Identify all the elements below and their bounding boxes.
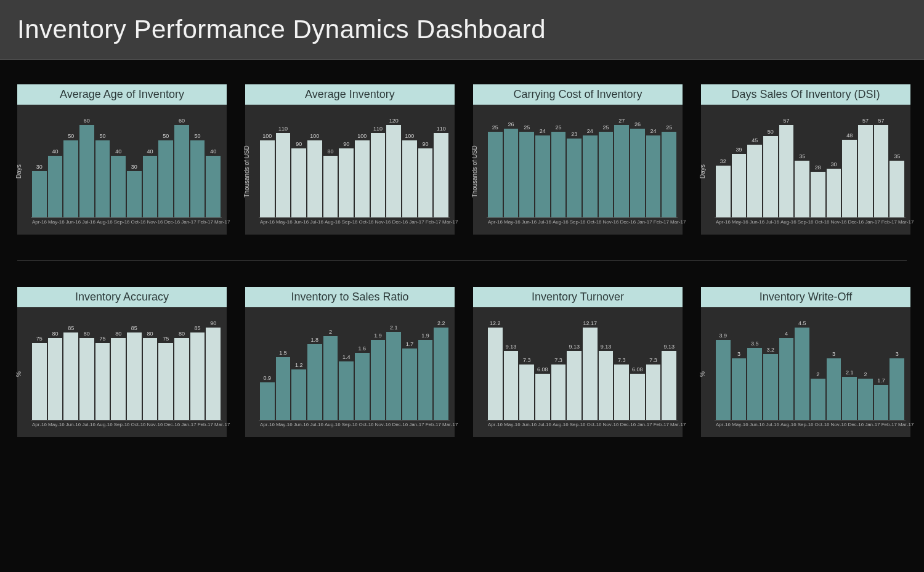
bar: 80 bbox=[111, 316, 126, 420]
x-axis-tick: Nov-16 bbox=[147, 422, 163, 427]
x-axis-tick: Dec-16 bbox=[848, 219, 864, 225]
bar: 3.9 bbox=[716, 316, 731, 420]
x-axis-tick: Jul-16 bbox=[538, 219, 551, 225]
bar: 4 bbox=[779, 316, 794, 420]
x-axis-tick: Feb-17 bbox=[654, 422, 669, 427]
x-axis-tick: Apr-16 bbox=[260, 219, 275, 225]
bar: 80 bbox=[174, 316, 189, 420]
x-axis-tick: Nov-16 bbox=[375, 422, 391, 427]
dashboard-body: Average Age of InventoryDays304050605040… bbox=[0, 60, 924, 449]
bar-rect bbox=[630, 374, 645, 420]
x-axis-tick: Mar-17 bbox=[898, 422, 914, 427]
bar: 25 bbox=[599, 113, 614, 217]
bar-value-label: 80 bbox=[52, 331, 59, 337]
bar: 9.13 bbox=[599, 316, 614, 420]
x-axis-tick: Mar-17 bbox=[670, 422, 686, 427]
x-axis-tick: Sep-16 bbox=[570, 422, 586, 427]
bar-value-label: 50 bbox=[768, 129, 774, 135]
bar-value-label: 9.13 bbox=[601, 344, 612, 350]
bars-container: 12.29.137.36.087.39.1312.179.137.36.087.… bbox=[487, 316, 678, 421]
bar: 3.2 bbox=[763, 316, 778, 420]
x-axis-tick: Jul-16 bbox=[766, 219, 779, 225]
chart-title: Average Inventory bbox=[245, 84, 455, 105]
x-axis-tick: Apr-16 bbox=[716, 422, 731, 427]
bar: 25 bbox=[662, 113, 676, 217]
bar-rect bbox=[662, 351, 676, 420]
bar: 2 bbox=[811, 316, 825, 420]
bar: 28 bbox=[811, 113, 825, 217]
bar: 39 bbox=[732, 113, 747, 217]
x-axis-tick: Oct-16 bbox=[359, 422, 374, 427]
x-axis-tick: Dec-16 bbox=[164, 219, 180, 225]
chart-area: 12.29.137.36.087.39.1312.179.137.36.087.… bbox=[473, 307, 683, 433]
bar-value-label: 100 bbox=[262, 133, 272, 139]
x-axis-tick: Oct-16 bbox=[815, 219, 830, 225]
bar-value-label: 85 bbox=[131, 325, 137, 331]
bar-value-label: 3 bbox=[896, 351, 899, 357]
x-axis-tick: Aug-16 bbox=[325, 422, 341, 427]
bar-rect bbox=[434, 328, 448, 420]
bar-value-label: 30 bbox=[831, 161, 837, 167]
bar-value-label: 110 bbox=[437, 126, 446, 132]
dashboard-title: Inventory Performance Dynamics Dashboard bbox=[17, 15, 907, 44]
x-axis-tick: Oct-16 bbox=[359, 219, 374, 225]
x-axis-tick: May-16 bbox=[276, 422, 293, 427]
bar-rect bbox=[599, 132, 614, 217]
bar: 12.17 bbox=[583, 316, 598, 420]
bar: 110 bbox=[371, 113, 386, 217]
bar-rect bbox=[567, 139, 582, 217]
bar-rect bbox=[276, 357, 291, 420]
bar: 75 bbox=[158, 316, 173, 420]
x-axis-tick: Apr-16 bbox=[488, 219, 503, 225]
x-axis-tick: Feb-17 bbox=[654, 219, 669, 225]
bar: 35 bbox=[795, 113, 809, 217]
bar: 85 bbox=[63, 316, 78, 420]
bar-rect bbox=[763, 354, 778, 420]
bar: 85 bbox=[127, 316, 142, 420]
bar-value-label: 100 bbox=[357, 133, 367, 139]
x-axis-tick: Sep-16 bbox=[570, 219, 586, 225]
bar-rect bbox=[662, 132, 676, 217]
x-axis-tick: Sep-16 bbox=[342, 422, 358, 427]
bar-value-label: 110 bbox=[373, 126, 383, 132]
bar: 26 bbox=[504, 113, 519, 217]
bar-value-label: 3 bbox=[737, 351, 740, 357]
chart-title: Inventory to Sales Ratio bbox=[245, 287, 455, 307]
bar-rect bbox=[291, 369, 306, 420]
bar-value-label: 3.2 bbox=[767, 347, 775, 353]
x-axis-tick: May-16 bbox=[276, 219, 293, 225]
bar-value-label: 25 bbox=[492, 124, 498, 131]
bar: 50 bbox=[158, 113, 173, 217]
bar-value-label: 1.9 bbox=[374, 332, 382, 339]
bar-value-label: 7.3 bbox=[649, 357, 657, 363]
x-axis-tick: Nov-16 bbox=[375, 219, 391, 225]
dashboard-header: Inventory Performance Dynamics Dashboard bbox=[0, 0, 924, 60]
bar: 3.5 bbox=[747, 316, 762, 420]
bar-value-label: 40 bbox=[52, 148, 59, 155]
bar: 100 bbox=[355, 113, 370, 217]
bar-rect bbox=[307, 140, 322, 217]
x-axis-tick: Mar-17 bbox=[442, 422, 458, 427]
bar: 60 bbox=[174, 113, 189, 217]
bar-value-label: 3.9 bbox=[719, 332, 727, 339]
bar: 57 bbox=[779, 113, 794, 217]
x-axis-tick: Oct-16 bbox=[131, 422, 146, 427]
bar-rect bbox=[206, 156, 221, 217]
x-axis-tick: Mar-17 bbox=[214, 219, 230, 225]
x-axis-labels: Apr-16May-16Jun-16Jul-16Aug-16Sep-16Oct-… bbox=[715, 218, 906, 225]
bar: 90 bbox=[291, 113, 306, 217]
chart-card-carrying-cost: Carrying Cost of InventoryThousands of U… bbox=[473, 84, 683, 235]
bar-value-label: 25 bbox=[524, 124, 530, 131]
bar: 25 bbox=[488, 113, 503, 217]
bar-rect bbox=[827, 358, 841, 420]
chart-area: Thousands of USD252625242523242527262425… bbox=[473, 105, 683, 231]
bar: 40 bbox=[48, 113, 63, 217]
x-axis-tick: Feb-17 bbox=[426, 219, 441, 225]
bar-rect bbox=[858, 125, 873, 217]
bar-value-label: 27 bbox=[618, 118, 625, 124]
x-axis-tick: Aug-16 bbox=[97, 219, 113, 225]
x-axis-tick: Jan-17 bbox=[637, 422, 652, 427]
bar-rect bbox=[386, 332, 401, 420]
bar-value-label: 40 bbox=[147, 148, 153, 155]
x-axis-tick: Apr-16 bbox=[260, 422, 275, 427]
